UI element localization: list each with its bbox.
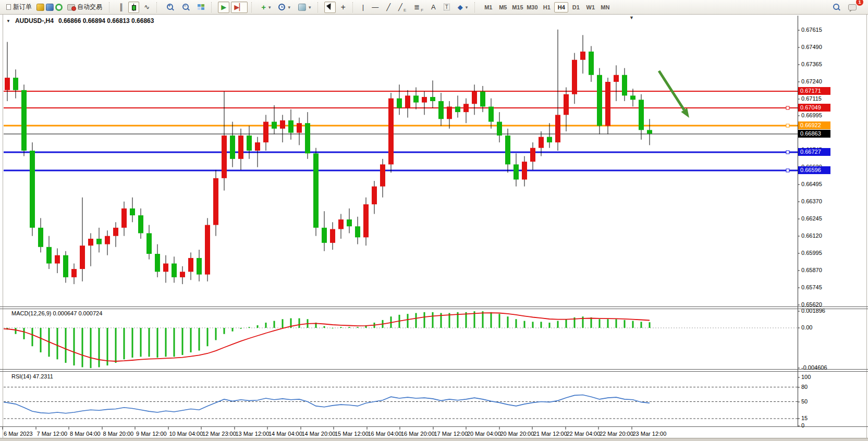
bar-chart-button[interactable]: ║ [116,2,127,13]
time-tick-label: 10 Mar 04:00 [169,431,203,437]
auto-trading-icon [67,4,75,10]
new-order-icon [6,4,11,10]
signal-icon[interactable] [55,4,63,11]
trendline-button[interactable]: ╱ [383,2,394,13]
price-badge: 0.67049 [798,104,830,112]
arrows-tool-icon: ◆ [458,4,463,10]
label-tool-button[interactable]: T [441,2,453,13]
macd-label: MACD(12,26,9) 0.000647 0.000724 [11,310,102,316]
horizontal-line-icon: — [372,4,378,10]
new-order-button[interactable]: 新订单 [3,2,35,13]
time-tick-label: 16 Mar 04:00 [368,431,402,437]
text-tool-button[interactable]: A [428,2,439,13]
vertical-line-icon: | [362,4,364,10]
zoom-out-button[interactable]: − [179,2,193,13]
periods-button[interactable]: ▾ [275,2,294,13]
time-tick-label: 14 Mar 04:00 [268,431,302,437]
timeframe-h1[interactable]: H1 [540,2,554,13]
news-icon[interactable] [36,4,44,11]
price-badge: 0.67171 [798,87,830,95]
timeframe-d1[interactable]: D1 [569,2,583,13]
time-tick-label: 12 Mar 23:00 [202,431,236,437]
price-tick-label: 0.66370 [801,198,822,204]
zoom-in-button[interactable]: + [163,2,177,13]
rsi-tick-label: 15 [801,415,808,421]
fibonacci-sub-label: F [421,8,423,13]
time-tick-label: 17 Mar 12:00 [434,431,468,437]
macd-tick-label: 0.00 [801,324,812,330]
pane-separator[interactable] [0,371,868,372]
cursor-button[interactable] [324,2,336,13]
time-tick-label: 8 Mar 20:00 [103,431,134,437]
timeframe-w1[interactable]: W1 [583,2,597,13]
candle-chart-button[interactable] [128,2,139,13]
time-tick-label: 20 Mar 04:00 [467,431,501,437]
price-tick-label: 0.66120 [801,232,822,239]
auto-trading-button[interactable]: 自动交易 [64,2,105,13]
timeframe-m5[interactable]: M5 [496,2,510,13]
pane-separator[interactable] [0,309,868,309]
time-tick-label: 9 Mar 12:00 [136,431,167,437]
auto-trading-label: 自动交易 [77,3,102,11]
chat-bubble-icon [848,4,857,10]
fibonacci-button[interactable]: ≣F [411,2,426,13]
indicators-icon: + [261,3,266,11]
chevron-down-icon: ▾ [466,5,468,10]
price-badge: 0.66863 [798,130,830,138]
cursor-icon [326,3,334,11]
pane-separator[interactable] [0,369,868,370]
timeframe-h4[interactable]: H4 [554,2,568,13]
channel-button[interactable]: ╱E [395,2,409,13]
time-tick-label: 22 Mar 04:00 [567,431,601,437]
price-tick-label: 0.65995 [801,250,822,256]
notification-badge: 1 [856,0,863,6]
window-right-edge [866,15,867,441]
symbol-collapse-icon[interactable]: ▼ [6,19,10,23]
time-tick-label: 13 Mar 12:00 [236,431,270,437]
arrows-tool-button[interactable]: ◆ ▾ [455,2,471,13]
price-tick-label: 0.67490 [801,44,822,50]
line-chart-button[interactable]: ∿ [141,2,153,13]
time-tick-label: 23 Mar 12:00 [633,431,667,437]
notifications-button[interactable]: 1 [845,2,860,13]
zoom-out-icon: − [182,3,190,11]
community-icon[interactable] [46,4,54,11]
symbol-period-label: AUDUSD-,H4 [15,17,54,24]
timeframe-group: M1M5M15M30H1H4D1W1MN [481,2,612,13]
toolbar: 新订单 自动交易 ║ ∿ + − ▶ ▶▏ + ▾ ▾ ▾ + | — ╱ ╱E… [0,0,868,15]
rsi-tick-label: 80 [801,384,808,390]
price-tick-label: 0.67365 [801,61,822,67]
horizontal-line-button[interactable]: — [369,2,382,13]
window-left-edge [3,15,3,441]
templates-button[interactable]: ▾ [295,2,314,13]
auto-scroll-button[interactable]: ▶ [218,2,229,13]
price-tick-label: 0.67240 [801,78,822,84]
channel-icon: ╱ [398,4,402,10]
indicators-button[interactable]: + ▾ [258,2,274,13]
search-button[interactable] [829,2,843,13]
timeframe-m15[interactable]: M15 [510,2,524,13]
fibonacci-icon: ≣ [414,4,420,10]
rsi-label: RSI(14) 47.2311 [11,373,53,379]
pane-separator[interactable] [0,307,868,307]
auto-scroll-icon: ▶ [221,4,226,10]
rsi-tick-label: 0 [801,422,804,428]
vertical-line-button[interactable]: | [359,2,367,13]
timeframe-mn[interactable]: MN [598,2,612,13]
timeframe-m1[interactable]: M1 [481,2,495,13]
time-tick-label: 22 Mar 20:00 [600,431,633,437]
crosshair-button[interactable]: + [337,2,348,13]
template-icon [298,4,306,11]
chart-shift-marker[interactable]: ▼ [629,15,634,20]
chart-window[interactable] [0,15,868,441]
macd-tick-label: 0.001896 [801,308,825,314]
tile-windows-button[interactable] [194,2,207,13]
price-badge: 0.66727 [798,148,830,156]
price-badge: 0.66596 [798,166,830,174]
chevron-down-icon: ▾ [309,5,311,10]
chart-shift-button[interactable]: ▶▏ [231,2,248,13]
price-tick-label: 0.66995 [801,112,822,118]
timeframe-m30[interactable]: M30 [525,2,539,13]
rsi-tick-label: 50 [801,398,808,405]
zoom-in-icon: + [166,3,174,11]
